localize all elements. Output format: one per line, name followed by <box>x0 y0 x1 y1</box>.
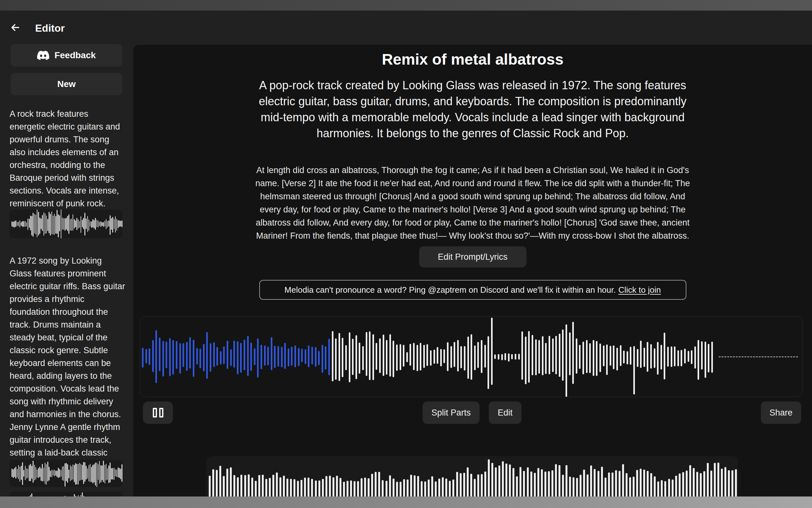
waveform-bar <box>55 471 56 476</box>
waveform-bar <box>396 344 398 371</box>
waveform-bar <box>165 342 167 369</box>
waveform-bar <box>484 345 486 368</box>
waveform-bar <box>172 340 174 375</box>
waveform-bar <box>179 343 181 374</box>
waveform-bar <box>566 324 567 397</box>
pause-button[interactable] <box>143 401 173 424</box>
waveform-bar <box>58 468 59 478</box>
waveform-bar <box>620 345 621 366</box>
waveform-bar <box>247 336 249 376</box>
waveform-bar <box>355 335 357 379</box>
waveform-bar <box>47 462 48 481</box>
waveform-bar <box>71 218 72 230</box>
waveform-bar <box>31 216 32 235</box>
waveform-bar <box>464 346 466 371</box>
waveform-bar <box>54 214 55 235</box>
waveform-bar <box>37 210 38 237</box>
waveform-bar <box>582 342 584 374</box>
split-parts-button[interactable]: Split Parts <box>423 401 480 424</box>
waveform-bar <box>623 351 625 364</box>
waveform-bar <box>654 348 655 368</box>
waveform-bar <box>17 222 18 226</box>
share-button[interactable]: Share <box>761 401 801 424</box>
waveform-bar <box>312 347 313 364</box>
waveform-bar <box>420 343 421 371</box>
waveform-bar <box>213 342 215 367</box>
waveform-bar <box>576 338 577 374</box>
waveform-bar <box>515 354 516 359</box>
waveform-bar <box>11 221 12 226</box>
waveform-bar <box>288 348 289 366</box>
waveform-bar <box>61 210 62 238</box>
editor-panel: Remix of metal albatross A pop-rock trac… <box>133 45 812 508</box>
waveform-bar <box>437 347 438 364</box>
edit-label: Edit <box>498 408 513 418</box>
waveform-bar <box>613 345 614 369</box>
waveform-bar <box>90 221 91 226</box>
edit-button[interactable]: Edit <box>489 401 521 424</box>
waveform-bar <box>42 215 43 230</box>
waveform-bar <box>79 221 80 228</box>
waveform-bar <box>107 221 108 227</box>
waveform-bar <box>189 337 191 369</box>
waveform-bar <box>423 345 425 368</box>
waveform-bar <box>74 219 75 228</box>
waveform-bar <box>199 349 201 368</box>
waveform-bar <box>49 212 50 233</box>
waveform-bar <box>349 332 350 383</box>
waveform-bar <box>122 464 123 482</box>
playback-waveform[interactable] <box>140 316 803 397</box>
waveform-bar <box>467 337 469 379</box>
waveform-bar <box>240 343 242 373</box>
waveform-bar <box>406 352 408 363</box>
track-waveform-thumbnail-1[interactable] <box>10 210 123 238</box>
waveform-bar <box>521 331 523 379</box>
discord-help-banner[interactable]: Melodia can't pronounce a word? Ping @za… <box>259 280 686 300</box>
waveform-bar <box>596 341 598 376</box>
waveform-bar <box>11 469 12 477</box>
waveform-bar <box>383 335 384 376</box>
waveform-bar <box>73 465 74 479</box>
waveform-bar <box>674 346 675 367</box>
waveform-bar <box>41 218 42 229</box>
waveform-bar <box>39 217 40 234</box>
waveform-bar <box>97 220 97 227</box>
waveform-bar <box>89 219 90 231</box>
waveform-bar <box>38 468 39 478</box>
click-to-join-link[interactable]: Click to join <box>618 285 661 295</box>
waveform-bar <box>13 222 14 227</box>
waveform-bar <box>73 214 74 230</box>
waveform-bar <box>342 338 343 377</box>
waveform-bar <box>159 338 160 371</box>
track-waveform-thumbnail-2[interactable] <box>10 460 123 487</box>
waveform-bar <box>630 347 631 365</box>
waveform-bar <box>572 322 574 384</box>
waveform-bar <box>430 350 432 366</box>
waveform-bar <box>87 216 88 232</box>
new-button[interactable]: New <box>10 73 123 95</box>
edit-prompt-lyrics-button[interactable]: Edit Prompt/Lyrics <box>419 246 527 267</box>
waveform-bar <box>68 214 69 234</box>
waveform-bar <box>217 347 218 365</box>
waveform-bar <box>250 343 252 371</box>
waveform-bar <box>45 463 46 484</box>
waveform-bar <box>511 354 513 359</box>
split-parts-label: Split Parts <box>431 408 471 418</box>
waveform-bar <box>14 221 15 228</box>
feedback-button[interactable]: Feedback <box>10 44 123 67</box>
waveform-bar <box>332 331 333 381</box>
waveform-bar <box>210 343 211 372</box>
waveform-bar <box>548 336 550 374</box>
waveform-bar <box>29 465 30 481</box>
waveform-bar <box>91 221 92 228</box>
waveform-bar <box>440 349 442 367</box>
song-lyrics: At length did cross an albatross, Thorou… <box>249 164 697 243</box>
waveform-bar <box>104 221 105 226</box>
waveform-bar <box>79 463 80 481</box>
waveform-bar <box>54 470 55 476</box>
back-button[interactable] <box>8 21 22 35</box>
waveform-bar <box>708 344 709 372</box>
waveform-bar <box>99 461 100 484</box>
waveform-bar <box>223 346 225 364</box>
waveform-bar <box>78 464 79 484</box>
